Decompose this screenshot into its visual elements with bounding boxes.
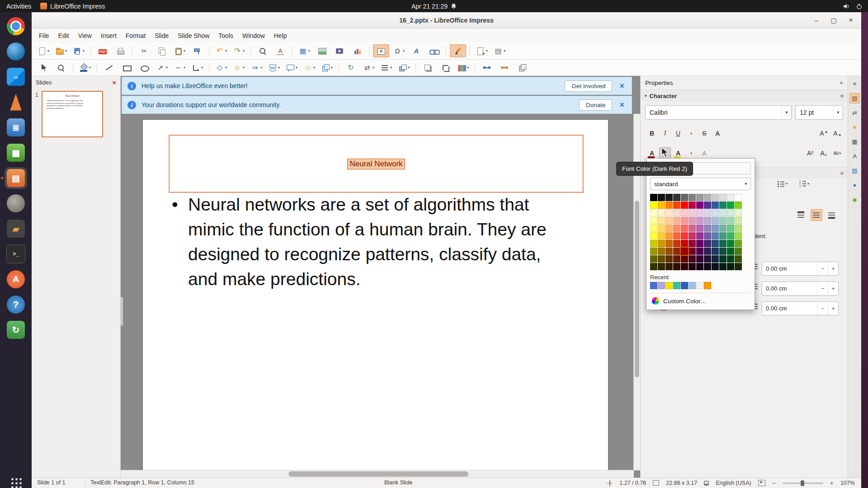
color-swatch[interactable] xyxy=(719,209,726,216)
sidebar-tab-gallery[interactable]: ▧ xyxy=(849,165,860,176)
highlighting-color-dropdown-arrow[interactable]: ▾ xyxy=(685,147,697,159)
subscript-button[interactable]: A₂ xyxy=(818,147,830,159)
color-swatch[interactable] xyxy=(735,225,742,232)
hyperlink-button[interactable] xyxy=(426,44,442,57)
color-swatch[interactable] xyxy=(681,255,688,263)
dropdown-arrow-icon[interactable]: ▾ xyxy=(83,49,85,53)
color-swatch[interactable] xyxy=(689,255,696,263)
color-swatch[interactable] xyxy=(719,263,726,270)
color-swatch[interactable] xyxy=(735,209,742,216)
color-swatch[interactable] xyxy=(704,240,711,247)
dropdown-arrow-icon[interactable]: ▾ xyxy=(260,66,262,70)
3d-objects-button[interactable]: ▾ xyxy=(319,61,335,74)
image-filter-button[interactable]: ▾ xyxy=(455,61,471,74)
get-involved-button[interactable]: Get involved xyxy=(565,80,612,92)
color-swatch[interactable] xyxy=(658,255,665,263)
color-swatch[interactable] xyxy=(719,255,726,263)
fit-slide-icon[interactable] xyxy=(758,480,765,486)
recent-color-swatch[interactable] xyxy=(696,282,703,289)
insert-line-button[interactable] xyxy=(101,61,117,74)
color-swatch[interactable] xyxy=(658,248,665,255)
color-swatch[interactable] xyxy=(673,240,680,247)
color-swatch[interactable] xyxy=(650,202,657,209)
toggle-extrusion-button[interactable] xyxy=(514,61,530,74)
color-swatch[interactable] xyxy=(658,263,665,270)
shadow-button[interactable]: A xyxy=(712,127,723,139)
color-swatch[interactable] xyxy=(650,209,657,216)
sidebar-tab-styles[interactable]: A xyxy=(849,151,860,161)
color-swatch[interactable] xyxy=(727,240,734,247)
dock-gimp-icon[interactable] xyxy=(5,192,27,214)
font-color-button[interactable]: A xyxy=(646,147,658,159)
color-swatch[interactable] xyxy=(712,202,719,209)
color-swatch[interactable] xyxy=(681,240,688,247)
new-slide-button[interactable]: ▾ xyxy=(474,44,490,57)
sidebar-close-icon[interactable]: × xyxy=(840,80,843,86)
color-swatch[interactable] xyxy=(704,217,711,224)
recent-color-swatch[interactable] xyxy=(650,282,657,289)
minimize-button[interactable]: – xyxy=(812,17,821,24)
chevron-down-icon[interactable]: ▼ xyxy=(782,106,791,119)
color-swatch[interactable] xyxy=(650,255,657,263)
activities-button[interactable]: Activities xyxy=(6,3,31,10)
current-app-indicator[interactable]: LibreOffice Impress xyxy=(40,3,105,10)
dropdown-arrow-icon[interactable]: ▾ xyxy=(225,66,227,70)
sidebar-tab-properties[interactable]: ▤ xyxy=(849,93,860,103)
palette-select[interactable]: standard ▼ xyxy=(650,178,751,190)
zoom-slider[interactable] xyxy=(783,483,823,484)
clone-formatting-button[interactable] xyxy=(189,44,205,57)
indent-field-3[interactable]: 0.00 cm−+ xyxy=(762,301,839,315)
print-button[interactable] xyxy=(112,44,128,57)
color-swatch[interactable] xyxy=(719,248,726,255)
dropdown-arrow-icon[interactable]: ▾ xyxy=(373,66,374,70)
recent-color-swatch[interactable] xyxy=(681,282,688,289)
slide-layout-status[interactable]: Blank Slide xyxy=(384,479,413,486)
align-bottom-button[interactable] xyxy=(826,209,838,221)
color-swatch[interactable] xyxy=(658,209,665,216)
undo-button[interactable]: ↶▾ xyxy=(213,44,229,57)
sidebar-tab-shapes[interactable]: ◆ xyxy=(849,194,860,205)
dropdown-arrow-icon[interactable]: ▾ xyxy=(243,49,245,53)
menu-insert[interactable]: Insert xyxy=(96,30,121,41)
document-modified-icon[interactable] xyxy=(704,481,709,486)
dock-libreoffice-calc-icon[interactable]: ▦ xyxy=(5,142,27,164)
indent-field-2[interactable]: 0.00 cm−+ xyxy=(762,282,839,296)
color-swatch[interactable] xyxy=(681,209,688,216)
close-button[interactable]: × xyxy=(847,16,855,24)
special-character-button[interactable]: Ω▾ xyxy=(391,44,407,57)
color-swatch[interactable] xyxy=(727,225,734,232)
dropdown-arrow-icon[interactable]: ▾ xyxy=(331,66,333,70)
underline-button[interactable]: U xyxy=(672,127,684,139)
slide-title-text[interactable]: Neural Network xyxy=(347,159,405,169)
shadow-button[interactable] xyxy=(420,61,436,74)
rotate-button[interactable]: ↻ xyxy=(343,61,359,74)
color-swatch[interactable] xyxy=(681,248,688,255)
color-swatch[interactable] xyxy=(673,217,680,224)
dock-thunderbird-icon[interactable] xyxy=(5,41,27,62)
color-swatch[interactable] xyxy=(696,209,703,216)
dropdown-arrow-icon[interactable]: ▾ xyxy=(504,49,505,53)
minus-icon[interactable]: − xyxy=(817,302,828,315)
dropdown-arrow-icon[interactable]: ▾ xyxy=(390,66,392,70)
zoom-slider-thumb[interactable] xyxy=(801,480,804,486)
color-swatch[interactable] xyxy=(689,263,696,270)
color-swatch[interactable] xyxy=(650,194,657,201)
dropdown-arrow-icon[interactable]: ▾ xyxy=(47,49,49,53)
lines-and-arrows-button[interactable]: ↗▾ xyxy=(154,61,170,74)
color-swatch[interactable] xyxy=(681,202,688,209)
color-swatch[interactable] xyxy=(719,225,726,232)
horizontal-scrollbar[interactable] xyxy=(121,470,634,478)
menu-slide-show[interactable]: Slide Show xyxy=(173,30,214,41)
color-swatch[interactable] xyxy=(650,217,657,224)
basic-shapes-button[interactable]: ◇▾ xyxy=(213,61,229,74)
slide-thumbnail[interactable]: Neural Network• Neural networks are a se… xyxy=(42,91,103,137)
custom-color-button[interactable]: Custom Color… xyxy=(650,296,751,306)
dock-chrome-icon[interactable] xyxy=(5,15,27,37)
color-swatch[interactable] xyxy=(658,240,665,247)
recent-color-swatch[interactable] xyxy=(704,282,711,289)
menu-slide[interactable]: Slide xyxy=(150,30,173,41)
title-text-frame[interactable]: Neural Network xyxy=(169,135,584,193)
recent-color-swatch[interactable] xyxy=(689,282,696,289)
color-swatch[interactable] xyxy=(650,225,657,232)
color-swatch[interactable] xyxy=(689,225,696,232)
